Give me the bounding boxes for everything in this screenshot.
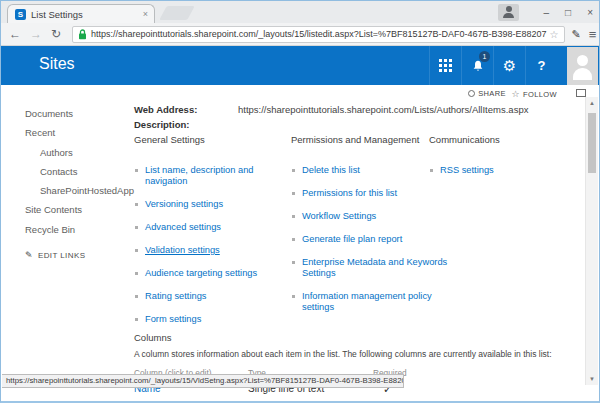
description-label: Description: [134, 117, 238, 132]
vertical-scrollbar[interactable]: ▲ ▼ [585, 97, 598, 385]
scroll-down-icon[interactable]: ▼ [586, 376, 598, 382]
link-delete-this-list[interactable]: Delete this list [302, 165, 360, 176]
bullet-icon [135, 295, 138, 298]
notifications-button[interactable]: 1 [461, 46, 493, 85]
link-list-name-description-navigation[interactable]: List name, description and navigation [145, 165, 294, 187]
close-button[interactable]: × [587, 7, 593, 18]
sidebar-item-documents[interactable]: Documents [25, 104, 126, 123]
user-avatar[interactable] [567, 47, 598, 89]
settings-link-row: Workflow Settings [291, 211, 463, 222]
link-versioning-settings[interactable]: Versioning settings [145, 199, 223, 210]
sidebar-item-contacts[interactable]: Contacts [25, 162, 126, 181]
settings-link-row: Rating settings [134, 291, 294, 302]
link-workflow-settings[interactable]: Workflow Settings [302, 211, 376, 222]
settings-link-row: Form settings [134, 314, 294, 325]
quick-launch-sidebar: Documents Recent Authors Contacts ShareP… [1, 102, 126, 330]
help-icon: ? [538, 58, 546, 73]
link-permissions-for-this-list[interactable]: Permissions for this list [302, 188, 397, 199]
follow-button[interactable]: ☆ FOLLOW [511, 89, 557, 99]
bullet-icon [292, 261, 295, 264]
settings-link-row: Advanced settings [134, 222, 294, 233]
bullet-icon [292, 169, 295, 172]
web-address-value: https://sharepointtutorials.sharepoint.c… [238, 104, 528, 115]
focus-icon [576, 89, 586, 97]
share-icon [468, 90, 475, 97]
suite-icons: 1 ⚙ ? [429, 46, 557, 85]
scroll-up-icon[interactable]: ▲ [586, 100, 598, 106]
settings-link-row: Audience targeting settings [134, 268, 294, 279]
sharepoint-favicon-icon: S [15, 9, 26, 20]
gear-icon: ⚙ [503, 57, 516, 75]
avatar-body-icon [573, 68, 592, 80]
content-area: Documents Recent Authors Contacts ShareP… [1, 102, 599, 330]
new-tab-button[interactable] [159, 6, 194, 20]
sidebar-item-site-contents[interactable]: Site Contents [25, 200, 126, 219]
general-settings-column: General Settings List name, description … [134, 134, 294, 337]
profile-icon [506, 6, 512, 12]
waffle-icon [439, 59, 452, 72]
link-generate-file-plan-report[interactable]: Generate file plan report [302, 234, 402, 245]
site-title: Sites [39, 55, 75, 73]
reload-icon[interactable]: ↻ [51, 27, 61, 41]
bullet-icon [292, 238, 295, 241]
bullet-icon [135, 272, 138, 275]
browser-toolbar: ← → ↻ https://sharepointtutorials.sharep… [1, 23, 599, 46]
command-bar: SHARE ☆ FOLLOW [1, 85, 599, 102]
browser-window: S List Settings × – □ × ← → ↻ https://sh… [0, 0, 600, 403]
bullet-icon [135, 318, 138, 321]
settings-columns: General Settings List name, description … [134, 134, 599, 330]
pencil-icon: ✎ [25, 250, 33, 260]
columns-section-description: A column stores information about each i… [134, 349, 586, 359]
web-address-label: Web Address: [134, 102, 238, 117]
settings-link-row: Validation settings [134, 245, 294, 256]
status-url: https://sharepointtutorials.sharepoint.c… [6, 376, 404, 385]
minimize-button[interactable]: – [544, 7, 550, 18]
link-validation-settings[interactable]: Validation settings [145, 245, 220, 256]
link-enterprise-metadata-keywords[interactable]: Enterprise Metadata and Keywords Setting… [302, 257, 463, 279]
sidebar-item-authors[interactable]: Authors [25, 143, 126, 162]
maximize-button[interactable]: □ [565, 7, 571, 18]
link-rating-settings[interactable]: Rating settings [145, 291, 207, 302]
focus-on-content-button[interactable] [576, 89, 586, 97]
communications-column: Communications RSS settings [429, 134, 559, 188]
settings-button[interactable]: ⚙ [493, 46, 525, 85]
link-rss-settings[interactable]: RSS settings [440, 165, 494, 176]
forward-icon[interactable]: → [30, 27, 42, 41]
bullet-icon [135, 169, 138, 172]
tab-close-icon[interactable]: × [143, 9, 148, 19]
help-button[interactable]: ? [525, 46, 557, 85]
tab-title: List Settings [31, 9, 139, 20]
edit-links-button[interactable]: ✎EDIT LINKS [25, 250, 126, 260]
extension-icon[interactable]: ✎ [572, 28, 581, 41]
share-label: SHARE [478, 89, 506, 98]
scrollbar-thumb[interactable] [588, 113, 596, 173]
web-address-row: Web Address:https://sharepointtutorials.… [134, 102, 599, 117]
sidebar-item-recycle-bin[interactable]: Recycle Bin [25, 220, 126, 239]
sidebar-item-sharepointhostedapp[interactable]: SharePointHostedApp [25, 181, 126, 200]
profile-icon-body [503, 13, 514, 18]
address-bar[interactable]: https://sharepointtutorials.sharepoint.c… [72, 26, 564, 43]
columns-section-title: Columns [134, 332, 586, 344]
url-text[interactable]: https://sharepointtutorials.sharepoint.c… [91, 29, 547, 39]
back-icon[interactable]: ← [9, 27, 21, 41]
link-audience-targeting-settings[interactable]: Audience targeting settings [145, 268, 257, 279]
browser-titlebar: S List Settings × – □ × [1, 1, 599, 23]
https-lock-icon [78, 29, 87, 40]
settings-link-row: List name, description and navigation [134, 165, 294, 187]
share-button[interactable]: SHARE [468, 89, 506, 98]
profile-button[interactable] [498, 4, 519, 21]
general-settings-title: General Settings [134, 134, 294, 146]
bullet-icon [292, 215, 295, 218]
bookmark-star-icon[interactable]: ☆ [550, 29, 559, 40]
window-controls: – □ × [544, 1, 593, 23]
bullet-icon [292, 192, 295, 195]
settings-link-row: Generate file plan report [291, 234, 463, 245]
link-form-settings[interactable]: Form settings [145, 314, 201, 325]
link-information-management-policy[interactable]: Information management policy settings [302, 291, 463, 313]
link-advanced-settings[interactable]: Advanced settings [145, 222, 221, 233]
sidebar-item-recent[interactable]: Recent [25, 123, 126, 142]
follow-label: FOLLOW [523, 90, 557, 99]
browser-tab[interactable]: S List Settings × [7, 4, 155, 23]
app-launcher-button[interactable] [429, 46, 461, 85]
menu-icon[interactable]: ≡ [589, 27, 597, 42]
